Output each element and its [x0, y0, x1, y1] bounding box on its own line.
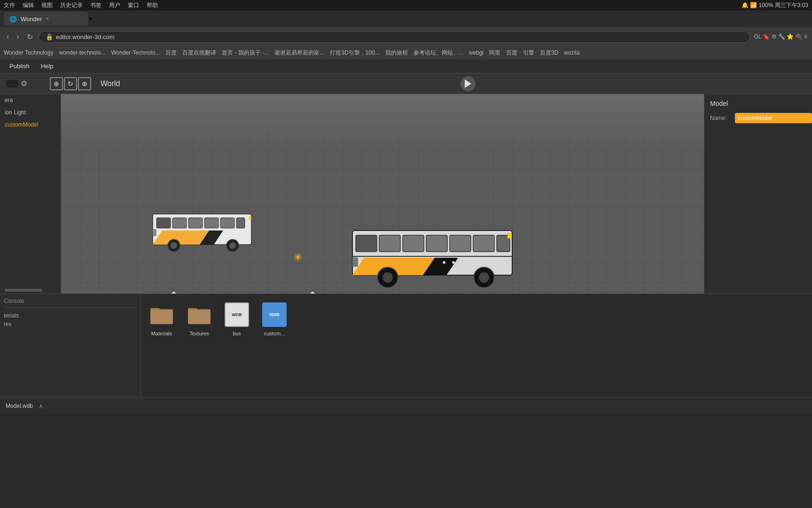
- system-menu-bar: 文件 编辑 视图 历史记录 书签 用户 窗口 帮助 🔔 📶 100% 周三下午3…: [0, 0, 812, 10]
- bookmarks-bar: Wonder Technology wonder-technolo... Won…: [0, 46, 812, 59]
- back-button[interactable]: ‹: [5, 31, 11, 43]
- svg-rect-14: [153, 229, 156, 236]
- bottom-status-bar: Model.wdb ∧: [0, 397, 812, 414]
- sidebar-item-direction-light-label: ion Light: [5, 109, 26, 116]
- bookmark-translate[interactable]: 百度在线翻译: [182, 49, 216, 57]
- bottom-bar-chevron-icon[interactable]: ∧: [39, 402, 43, 410]
- os-menu-bookmarks[interactable]: 书签: [90, 1, 102, 9]
- console-label: Console: [4, 298, 137, 304]
- cube-model-right[interactable]: [301, 289, 324, 294]
- play-button[interactable]: [461, 76, 476, 91]
- bookmark-engine[interactable]: 引擎: [523, 49, 534, 57]
- menu-publish[interactable]: Publish: [5, 62, 34, 71]
- translate-tool[interactable]: ⊕: [50, 77, 63, 90]
- bookmark-wonder2[interactable]: wonder-technolo...: [59, 49, 106, 56]
- panel-title: Model: [710, 100, 806, 107]
- play-icon: [462, 78, 474, 89]
- os-menu-edit[interactable]: 编辑: [23, 1, 34, 9]
- url-text: editor.wonder-3d.com: [56, 33, 115, 40]
- textures-folder-icon: [186, 302, 212, 328]
- browser-toolbar: ‹ › ↻ 🔒 editor.wonder-3d.com GL 🔖 ⚙ 🔧 ⭐ …: [0, 27, 812, 46]
- os-menu-user[interactable]: 用户: [109, 1, 120, 9]
- asset-item-textures[interactable]: Textures: [186, 302, 212, 336]
- os-menu-view[interactable]: 视图: [41, 1, 53, 9]
- bookmark-wonder-tech[interactable]: Wonder Technology: [4, 49, 54, 56]
- settings-icon[interactable]: ⚙: [21, 79, 27, 88]
- bookmark-wonder3[interactable]: Wonder-Technolo...: [111, 49, 160, 56]
- bookmark-ref[interactable]: 参考论坛、网站、...: [414, 49, 463, 57]
- svg-rect-20: [426, 235, 447, 252]
- svg-point-11: [171, 242, 177, 249]
- asset-list-textures[interactable]: res: [4, 320, 137, 328]
- svg-rect-32: [508, 233, 511, 238]
- browser-tab-wonder[interactable]: 🌐 Wonder ×: [4, 12, 88, 26]
- transform-icons: ⊕ ↻ ⊕: [50, 77, 91, 90]
- os-menu-history[interactable]: 历史记录: [60, 1, 83, 9]
- system-tray: 🔔 📶 100% 周三下午3:03: [742, 1, 808, 9]
- folder-svg2: [187, 304, 211, 325]
- bottom-area: Console terials res Materials: [0, 294, 812, 397]
- asset-item-bus[interactable]: WDB bus: [224, 302, 250, 336]
- svg-rect-43: [150, 310, 173, 324]
- bookmark-journey[interactable]: 我的旅程: [385, 49, 408, 57]
- sidebar-bottom: [0, 287, 61, 294]
- os-menu-items: 文件 编辑 视图 历史记录 书签 用户 窗口 帮助: [4, 1, 158, 9]
- browser-extensions: GL 🔖 ⚙ 🔧 ⭐ 🔌 ≡: [754, 33, 807, 40]
- asset-list-materials[interactable]: terials: [4, 311, 137, 320]
- browser-tab-bar: 🌐 Wonder × +: [0, 10, 812, 27]
- scale-tool[interactable]: ⊕: [78, 77, 91, 90]
- bookmark-webgl[interactable]: webgl: [469, 49, 484, 56]
- viewport-3d[interactable]: ☀ 📷: [61, 94, 704, 294]
- svg-rect-19: [403, 235, 424, 252]
- bookmark-3dengine[interactable]: 打造3D引擎，100...: [330, 49, 379, 57]
- main-content-area: era ion Light customModel: [0, 94, 812, 294]
- asset-item-custom[interactable]: WDB custom...: [261, 302, 288, 336]
- menu-help[interactable]: Help: [36, 62, 58, 71]
- os-menu-help[interactable]: 帮助: [147, 1, 158, 9]
- toggle-control[interactable]: [6, 80, 19, 87]
- bookmark-baidu2[interactable]: 百度: [506, 49, 517, 57]
- bookmark-wozila[interactable]: wozila: [564, 49, 579, 56]
- close-tab-button[interactable]: ×: [46, 16, 49, 22]
- refresh-button[interactable]: ↻: [25, 31, 35, 43]
- os-menu-window[interactable]: 窗口: [128, 1, 139, 9]
- panel-name-input[interactable]: [735, 113, 812, 123]
- bookmark-baidu3d[interactable]: 百度3D: [540, 49, 558, 57]
- bus-model-large[interactable]: [350, 223, 519, 291]
- svg-rect-6: [220, 218, 234, 228]
- custom-label: custom...: [264, 331, 285, 336]
- sidebar-item-direction-light[interactable]: ion Light: [0, 106, 61, 119]
- svg-marker-8: [153, 230, 209, 245]
- bookmark-home[interactable]: 首页 - 我的孩子 -...: [222, 49, 269, 57]
- bus-svg-small: [148, 205, 261, 252]
- asset-item-materials[interactable]: Materials: [148, 302, 175, 336]
- svg-rect-18: [379, 235, 400, 252]
- new-tab-button[interactable]: +: [88, 15, 93, 23]
- bus-model-small[interactable]: [148, 205, 261, 254]
- cube-model-left[interactable]: [162, 289, 186, 294]
- sidebar-item-custom-model-label: customModel: [5, 121, 38, 128]
- cube-svg-right: [301, 289, 324, 294]
- bookmark-ali[interactable]: 阿里: [489, 49, 500, 57]
- os-menu-file[interactable]: 文件: [4, 1, 15, 9]
- bookmark-xie[interactable]: 谢谢若易举若的富...: [274, 49, 324, 57]
- bus-svg-large: [350, 223, 519, 289]
- bookmark-baidu[interactable]: 百度: [165, 49, 177, 57]
- sidebar-scrollbar[interactable]: [5, 289, 42, 292]
- bottom-assets-panel: Materials Textures WDB bus: [141, 294, 812, 397]
- world-label: World: [101, 79, 120, 88]
- viewport-gradient: [61, 94, 704, 151]
- url-bar[interactable]: 🔒 editor.wonder-3d.com: [39, 31, 750, 43]
- svg-rect-17: [356, 235, 377, 252]
- console-divider: [4, 307, 137, 308]
- sidebar-item-custom-model[interactable]: customModel: [0, 119, 61, 131]
- right-properties-panel: Model Name:: [704, 94, 812, 294]
- forward-button[interactable]: ›: [15, 31, 21, 43]
- main-toolbar: ⚙ ⊕ ↻ ⊕ World: [0, 73, 812, 94]
- directional-light-icon[interactable]: ☀: [294, 252, 302, 263]
- svg-rect-21: [450, 235, 471, 252]
- rotate-tool[interactable]: ↻: [64, 77, 77, 90]
- materials-label: Materials: [151, 331, 172, 336]
- sidebar-item-era[interactable]: era: [0, 94, 61, 106]
- lock-icon: 🔒: [46, 33, 53, 40]
